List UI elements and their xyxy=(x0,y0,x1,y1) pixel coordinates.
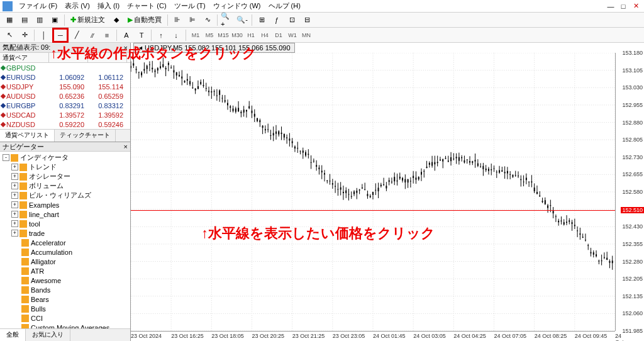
mw-row[interactable]: GBPUSD xyxy=(0,63,130,72)
mw-icon[interactable]: ▥ xyxy=(33,14,47,26)
timeframe-m15[interactable]: M15 xyxy=(216,30,230,41)
svg-rect-305 xyxy=(499,170,500,172)
menu-chart[interactable]: チャート (C) xyxy=(123,0,170,12)
vertical-line-icon[interactable]: │ xyxy=(37,29,51,42)
tree-folder[interactable]: +トレンド xyxy=(1,162,129,172)
horizontal-line-icon[interactable]: ─ xyxy=(54,29,67,42)
template-icon[interactable]: ⊟ xyxy=(300,14,314,26)
tree-folder[interactable]: +ビル・ウィリアムズ xyxy=(1,191,129,200)
tree-item[interactable]: Awesome xyxy=(1,276,129,285)
tree-item[interactable]: Accelerator xyxy=(1,238,129,247)
tree-folder[interactable]: +tool xyxy=(1,219,129,228)
tree-root[interactable]: -インディケータ xyxy=(1,153,129,162)
tree-item[interactable]: Bulls xyxy=(1,304,129,313)
mw-row[interactable]: EURGBP0.832910.83312 xyxy=(0,101,130,110)
tree-folder[interactable]: +ボリューム xyxy=(1,181,129,191)
timeframe-h4[interactable]: H4 xyxy=(258,30,272,41)
close-button[interactable]: ✕ xyxy=(630,2,641,11)
menu-file[interactable]: ファイル (F) xyxy=(15,0,61,12)
bar-chart-icon[interactable]: ⊪ xyxy=(170,14,184,26)
mw-row[interactable]: EURUSD1.060921.06112 xyxy=(0,72,130,82)
mw-row[interactable]: USDJPY155.090155.114 xyxy=(0,82,130,91)
label-icon[interactable]: T xyxy=(135,29,148,42)
tree-item[interactable]: Bands xyxy=(1,285,129,294)
timeframe-m5[interactable]: M5 xyxy=(203,30,216,41)
svg-rect-303 xyxy=(496,172,497,172)
svg-rect-283 xyxy=(469,161,470,163)
menu-help[interactable]: ヘルプ (H) xyxy=(265,0,304,12)
svg-rect-169 xyxy=(316,165,317,166)
timeframe-m1[interactable]: M1 xyxy=(189,30,203,41)
arrow-up-icon[interactable]: ↑ xyxy=(154,29,168,42)
tree-item[interactable]: CCI xyxy=(1,313,129,323)
svg-rect-183 xyxy=(335,186,336,187)
cursor-icon[interactable]: ↖ xyxy=(3,29,16,42)
menu-tool[interactable]: ツール (T) xyxy=(170,0,209,12)
arrow-down-icon[interactable]: ↓ xyxy=(169,29,183,42)
timeframe-h1[interactable]: H1 xyxy=(244,30,258,41)
svg-rect-359 xyxy=(572,222,573,224)
mw-row[interactable]: NZDUSD0.592200.59246 xyxy=(0,120,130,129)
svg-rect-239 xyxy=(410,181,411,182)
svg-rect-177 xyxy=(326,181,328,181)
crosshair-icon[interactable]: ✛ xyxy=(18,29,31,42)
tab-general[interactable]: 全般 xyxy=(0,329,26,341)
mw-row[interactable]: AUDUSD0.652360.65259 xyxy=(0,91,130,101)
svg-rect-249 xyxy=(423,171,425,172)
tree-item[interactable]: Accumulation xyxy=(1,247,129,257)
menu-window[interactable]: ウィンドウ (W) xyxy=(209,0,265,12)
nav-icon[interactable]: ▣ xyxy=(48,14,62,26)
mw-row[interactable]: USDCAD1.395721.39592 xyxy=(0,110,130,120)
svg-rect-347 xyxy=(555,216,557,217)
svg-rect-351 xyxy=(560,221,562,221)
tile-icon[interactable]: ⊞ xyxy=(255,14,269,26)
tab-favorites[interactable]: お気に入り xyxy=(26,329,70,341)
zoom-in-icon[interactable]: 🔍+ xyxy=(220,14,234,26)
timeframe-w1[interactable]: W1 xyxy=(286,30,299,41)
svg-rect-79 xyxy=(195,89,196,91)
svg-rect-191 xyxy=(345,191,347,193)
zoom-out-icon[interactable]: 🔍- xyxy=(235,14,249,26)
horizontal-line[interactable] xyxy=(131,210,615,211)
svg-rect-363 xyxy=(577,230,578,231)
tree-folder[interactable]: +trade xyxy=(1,228,129,238)
timeframe-mn[interactable]: MN xyxy=(299,30,313,41)
tree-folder[interactable]: +オシレーター xyxy=(1,172,129,181)
text-icon[interactable]: A xyxy=(119,29,133,42)
tree-item[interactable]: Custom Moving Averages xyxy=(1,323,129,328)
maximize-button[interactable]: □ xyxy=(618,2,629,11)
svg-rect-133 xyxy=(267,129,269,130)
menu-view[interactable]: 表示 (V) xyxy=(61,0,94,12)
tree-folder[interactable]: +line_chart xyxy=(1,210,129,219)
svg-rect-151 xyxy=(292,142,293,143)
minimize-button[interactable]: — xyxy=(605,2,616,11)
tab-pairlist[interactable]: 通貨ペアリスト xyxy=(0,130,55,142)
channel-icon[interactable]: ⫽ xyxy=(85,29,99,42)
line-chart-icon[interactable]: ∿ xyxy=(201,14,214,26)
chart-canvas[interactable] xyxy=(131,53,615,331)
trendline-icon[interactable]: ╱ xyxy=(70,29,84,42)
chart-window-icon[interactable]: ▦ xyxy=(3,14,16,26)
timeframe-m30[interactable]: M30 xyxy=(230,30,244,41)
indicator-icon[interactable]: ƒ xyxy=(270,14,284,26)
fibo-icon[interactable]: ≡ xyxy=(100,29,114,42)
svg-rect-187 xyxy=(340,187,341,190)
timeframe-d1[interactable]: D1 xyxy=(272,30,286,41)
tab-tickchart[interactable]: ティックチャート xyxy=(55,130,116,142)
candle-chart-icon[interactable]: ⊫ xyxy=(186,14,199,26)
svg-rect-223 xyxy=(389,180,390,182)
tree-item[interactable]: Bears xyxy=(1,294,129,304)
autotrade-button[interactable]: ▶自動売買 xyxy=(125,14,165,26)
period-icon[interactable]: ⊡ xyxy=(285,14,299,26)
chart-area[interactable]: ◄ USDJPY,M5 155.082 155.101 155.066 155.… xyxy=(131,43,644,341)
profile-icon[interactable]: ▤ xyxy=(18,14,31,26)
close-icon[interactable]: × xyxy=(124,143,130,150)
svg-rect-321 xyxy=(520,179,521,180)
tree-folder[interactable]: +Examples xyxy=(1,200,129,210)
tree-item[interactable]: ATR xyxy=(1,266,129,276)
expert-icon[interactable]: ◆ xyxy=(109,14,123,26)
tree-item[interactable]: Alligator xyxy=(1,257,129,266)
menu-insert[interactable]: 挿入 (I) xyxy=(94,0,123,12)
svg-rect-259 xyxy=(437,162,438,163)
new-order-button[interactable]: ✚新規注文 xyxy=(67,14,108,26)
